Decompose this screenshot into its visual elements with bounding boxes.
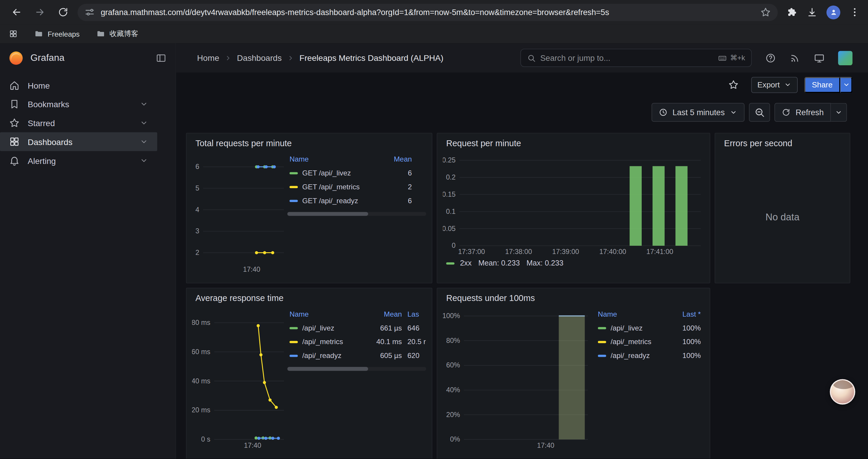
- monitor-icon[interactable]: [814, 52, 825, 63]
- search-input[interactable]: [540, 54, 713, 62]
- bookmark-icon: [9, 99, 20, 109]
- chevron-down-icon: [783, 81, 791, 89]
- legend-row: /api/_readyz 100%: [596, 349, 704, 362]
- dashboard-canvas: Total requests per minute 6543217:40 Nam…: [176, 128, 868, 459]
- legend-header-name[interactable]: Name: [598, 309, 670, 318]
- time-range-button[interactable]: Last 5 minutes: [651, 103, 745, 122]
- svg-text:17:40: 17:40: [537, 441, 555, 449]
- url-input[interactable]: [101, 8, 754, 17]
- chevron-down-icon[interactable]: [140, 100, 148, 108]
- legend-header-name[interactable]: Name: [289, 309, 368, 318]
- share-menu-caret-button[interactable]: [840, 77, 852, 93]
- horizontal-scrollbar[interactable]: [287, 367, 426, 371]
- panel-title[interactable]: Total requests per minute: [186, 133, 432, 152]
- legend-series-name[interactable]: /api/_readyz: [611, 352, 650, 360]
- downloads-icon[interactable]: [807, 6, 817, 18]
- extensions-icon[interactable]: [787, 6, 798, 18]
- panel-title[interactable]: Requests under 100ms: [437, 288, 710, 306]
- zoom-out-button[interactable]: [749, 103, 770, 122]
- legend-series-name[interactable]: 2xx: [460, 259, 471, 267]
- sidebar-nav: Home Bookmarks Starred Dashboards: [0, 72, 176, 170]
- series-dash-icon: [598, 355, 606, 357]
- browser-forward-button[interactable]: [31, 3, 49, 21]
- legend-series-name[interactable]: /api/_metrics: [302, 338, 343, 346]
- panel-title[interactable]: Request per minute: [437, 133, 710, 152]
- chevron-down-icon[interactable]: [140, 119, 148, 127]
- refresh-interval-caret-button[interactable]: [831, 103, 847, 122]
- forward-arrow-icon: [34, 6, 45, 18]
- export-button[interactable]: Export: [751, 77, 797, 93]
- series-dash-icon: [289, 327, 298, 329]
- favorite-star-button[interactable]: [728, 79, 739, 90]
- scrollbar-thumb[interactable]: [287, 212, 368, 216]
- chevron-down-icon[interactable]: [140, 156, 148, 165]
- legend-series-name[interactable]: /api/_livez: [611, 324, 643, 332]
- help-icon[interactable]: [765, 52, 776, 63]
- bookmark-folder-freeleaps[interactable]: Freeleaps: [34, 29, 80, 38]
- search-box[interactable]: ⌘+k: [520, 49, 752, 67]
- export-label: Export: [757, 80, 780, 89]
- legend-header-name[interactable]: Name: [289, 155, 381, 163]
- panel-total-requests-per-minute: Total requests per minute 6543217:40 Nam…: [186, 133, 433, 284]
- legend-row: GET /api/_livez 6: [287, 166, 426, 180]
- legend-series-name[interactable]: /api/_readyz: [302, 352, 342, 360]
- chart-canvas-average-response-time[interactable]: 80 ms60 ms40 ms20 ms0 s17:40: [192, 306, 287, 451]
- sidebar-item-home[interactable]: Home: [0, 76, 157, 95]
- svg-text:80%: 80%: [446, 337, 460, 345]
- svg-text:17:40:00: 17:40:00: [599, 248, 626, 256]
- clock-icon: [659, 108, 668, 117]
- breadcrumb-home[interactable]: Home: [197, 53, 219, 63]
- legend-series-name[interactable]: GET /api/_readyz: [302, 196, 358, 205]
- legend-row: /api/_readyz 605 µs 620: [287, 349, 426, 362]
- legend-series-name[interactable]: /api/_metrics: [611, 338, 651, 346]
- browser-menu-icon[interactable]: [849, 6, 860, 18]
- browser-reload-button[interactable]: [54, 3, 72, 21]
- breadcrumb-dashboards[interactable]: Dashboards: [237, 53, 282, 63]
- sidebar-item-starred[interactable]: Starred: [0, 113, 157, 132]
- panel-left-icon: [156, 52, 167, 63]
- legend-series-name[interactable]: GET /api/_metrics: [302, 183, 360, 191]
- sidebar-item-dashboards[interactable]: Dashboards: [0, 132, 157, 151]
- legend-header-last[interactable]: Las: [402, 309, 426, 318]
- panel-title[interactable]: Errors per second: [715, 133, 850, 152]
- legend-series-name[interactable]: /api/_livez: [302, 324, 334, 332]
- legend-header-mean[interactable]: Mean: [368, 309, 402, 318]
- home-icon: [9, 80, 20, 91]
- refresh-icon: [782, 108, 790, 117]
- assistant-avatar[interactable]: [830, 379, 855, 404]
- chart-canvas-requests-under-100ms[interactable]: 100%80%60%40%20%0%17:40: [443, 306, 591, 451]
- sidebar-item-alerting[interactable]: Alerting: [0, 151, 157, 170]
- scrollbar-thumb[interactable]: [287, 367, 368, 371]
- share-button[interactable]: Share: [804, 77, 840, 93]
- legend-series-mean: 661 µs: [368, 324, 402, 332]
- apps-grid-icon[interactable]: [9, 29, 18, 38]
- legend-header-mean[interactable]: Mean: [381, 155, 412, 163]
- user-avatar[interactable]: [838, 51, 852, 65]
- grafana-logo[interactable]: [9, 51, 23, 65]
- refresh-button[interactable]: Refresh: [775, 103, 831, 122]
- panel-legend: Name Mean Las /api/_livez 661 µs 646: [287, 306, 426, 455]
- legend-row: GET /api/_metrics 2: [287, 180, 426, 194]
- legend-series-name[interactable]: GET /api/_livez: [302, 169, 351, 177]
- panel-title[interactable]: Average response time: [186, 288, 432, 306]
- horizontal-scrollbar[interactable]: [287, 212, 426, 216]
- legend-series-mean: 40.1 ms: [368, 338, 402, 346]
- time-range-label: Last 5 minutes: [673, 108, 725, 117]
- bookmark-star-icon[interactable]: [760, 6, 771, 18]
- sidebar-item-bookmarks[interactable]: Bookmarks: [0, 95, 157, 113]
- address-bar[interactable]: [78, 4, 778, 21]
- legend-header-last[interactable]: Last *: [670, 309, 701, 318]
- browser-back-button[interactable]: [8, 3, 25, 21]
- shortcut-text: ⌘+k: [730, 54, 745, 62]
- site-info-icon[interactable]: [84, 6, 95, 18]
- chevron-down-icon[interactable]: [140, 137, 148, 146]
- svg-text:20 ms: 20 ms: [192, 406, 210, 414]
- sidebar-toggle-button[interactable]: [156, 52, 167, 63]
- bookmark-folder-blogs[interactable]: 收藏博客: [96, 29, 138, 39]
- browser-profile-avatar[interactable]: [826, 5, 840, 19]
- chart-canvas-total-requests[interactable]: 6543217:40: [192, 152, 287, 274]
- sidebar-item-label: Starred: [28, 118, 55, 128]
- news-rss-icon[interactable]: [789, 52, 800, 63]
- chart-canvas-request-per-minute[interactable]: 0.250.20.150.10.05017:37:0017:38:0017:39…: [443, 152, 704, 257]
- sidebar-item-label: Alerting: [28, 156, 56, 165]
